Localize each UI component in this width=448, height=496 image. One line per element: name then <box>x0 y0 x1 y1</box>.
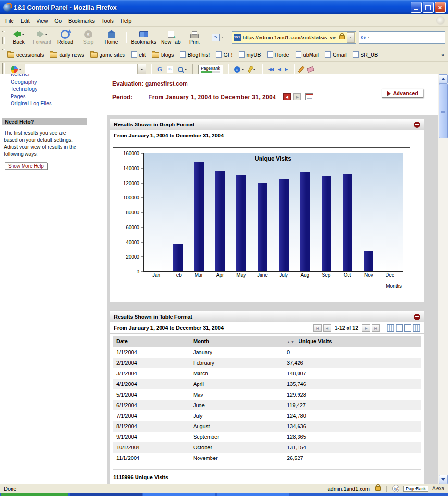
menu-item-bookmarks[interactable]: Bookmarks <box>65 16 98 25</box>
bookmark-occasionals[interactable]: occasionals <box>7 51 44 58</box>
period-next-button[interactable]: ▶ <box>293 93 301 100</box>
menu-item-help[interactable]: Help <box>117 16 135 25</box>
table-view-icon[interactable] <box>413 324 420 332</box>
menu-item-edit[interactable]: Edit <box>17 16 33 25</box>
scroll-up-button[interactable] <box>439 74 448 84</box>
google-home-button[interactable]: G <box>156 64 163 74</box>
page-info-button[interactable]: i <box>233 65 246 74</box>
toolbar-grip[interactable] <box>2 63 5 75</box>
bookmark-blogs[interactable]: blogs <box>152 51 174 58</box>
taskbar-button[interactable] <box>70 493 142 496</box>
sidebar-item-original-log-files[interactable]: Original Log Files <box>0 100 107 107</box>
table-view-icon[interactable] <box>387 324 394 332</box>
highlight-button[interactable] <box>248 65 257 74</box>
new-tab-button[interactable]: New Tab <box>159 29 183 46</box>
search-site-button[interactable] <box>165 65 174 74</box>
combo-dropdown-button[interactable] <box>137 64 146 74</box>
forward-dropdown-icon[interactable] <box>45 34 48 35</box>
search-input[interactable] <box>372 32 443 43</box>
table-view-icon[interactable] <box>404 324 411 332</box>
titlebar[interactable]: 1&1 Control Panel - Mozilla Firefox × <box>0 0 448 14</box>
scrollbar-thumb[interactable] <box>439 84 448 138</box>
at-icon[interactable]: @ <box>392 485 399 492</box>
bookmarks-button[interactable]: Bookmarks <box>129 29 159 46</box>
reload-button[interactable]: Reload <box>54 29 77 46</box>
bookmark-horde[interactable]: Horde <box>267 51 289 58</box>
taskbar-button[interactable] <box>217 493 289 496</box>
clear-button[interactable] <box>306 66 315 73</box>
bookmark-gf[interactable]: GF! <box>216 51 232 58</box>
home-button[interactable]: Home <box>100 29 123 46</box>
table-view-icon[interactable] <box>396 324 403 332</box>
url-bar[interactable]: 1&1 https://admin.1and1.com/xml/stats/s_… <box>232 31 356 44</box>
sort-desc-icon[interactable]: ▼ <box>291 340 295 344</box>
sidebar-item-technology[interactable]: Technology <box>0 86 107 93</box>
search-web-button[interactable] <box>176 66 188 73</box>
calendar-icon[interactable] <box>305 93 313 100</box>
bookmark-blogthis[interactable]: BlogThis! <box>180 51 210 58</box>
sidebar-item-pages[interactable]: Pages <box>0 93 107 100</box>
maximize-button[interactable] <box>423 2 434 13</box>
scroll-down-button[interactable] <box>439 475 448 484</box>
next-page-button[interactable]: ▶ <box>362 324 370 332</box>
extension-button[interactable]: ↷ <box>206 32 229 43</box>
bookmarks-overflow-button[interactable]: » <box>439 52 446 58</box>
bookmark-gmail[interactable]: Gmail <box>325 51 347 58</box>
sort-asc-icon[interactable]: ▲ <box>287 340 291 344</box>
taskbar-button[interactable] <box>1 493 68 496</box>
taskbar-button[interactable] <box>143 493 215 496</box>
statusbar-pagerank[interactable]: PageRank <box>403 486 428 492</box>
period-prev-button[interactable]: ◀ <box>283 93 291 100</box>
table-cell: 119,427 <box>284 400 421 410</box>
back-button[interactable]: Back <box>7 29 30 46</box>
table-cell: 0 <box>284 347 421 358</box>
back-dropdown-icon[interactable] <box>22 34 25 35</box>
pagerank-meter[interactable]: PageRank <box>198 65 223 74</box>
minimize-button[interactable] <box>411 2 422 13</box>
collapse-graph-button[interactable] <box>414 122 420 128</box>
menu-item-view[interactable]: View <box>33 16 51 25</box>
double-back-result-button[interactable]: ◀◀ <box>267 66 274 73</box>
toolbar-menu-button[interactable] <box>9 65 23 74</box>
menu-item-tools[interactable]: Tools <box>98 16 117 25</box>
x-tick-label: Sep <box>315 273 336 278</box>
x-tick-label: Nov <box>358 273 379 278</box>
collapse-table-button[interactable] <box>414 314 420 320</box>
column-header-unique-visits[interactable]: ▲▼ Unique Visits <box>284 336 421 347</box>
bookmark-myub[interactable]: myUB <box>239 51 261 58</box>
toolbar-search-combo[interactable] <box>25 64 146 75</box>
last-page-button[interactable]: ▶| <box>372 324 380 332</box>
sidebar-item-geography[interactable]: Geography <box>0 78 107 86</box>
print-button[interactable]: Print <box>183 29 206 46</box>
column-header-date[interactable]: Date <box>113 336 190 347</box>
column-header-month[interactable]: Month <box>190 336 284 347</box>
close-button[interactable]: × <box>435 2 446 13</box>
stop-button[interactable]: × Stop <box>77 29 100 46</box>
bookmark-game-sites[interactable]: game sites <box>90 51 125 58</box>
vertical-scrollbar[interactable] <box>438 74 448 484</box>
advanced-button[interactable]: Advanced <box>382 89 423 98</box>
forward-button[interactable]: Forward <box>30 29 54 46</box>
menu-item-go[interactable]: Go <box>51 16 65 25</box>
bookmark-ubmail[interactable]: ubMail <box>296 51 319 58</box>
bookmark-sr-ub[interactable]: SR_UB <box>353 51 378 58</box>
search-box[interactable]: G <box>359 31 445 44</box>
prev-page-button[interactable]: ◀ <box>323 324 331 332</box>
menu-item-file[interactable]: File <box>2 16 17 25</box>
url-text[interactable]: https://admin.1and1.com/xml/stats/s_vis <box>243 35 337 40</box>
toolbar-grip[interactable] <box>2 49 5 61</box>
statusbar-lock-icon[interactable] <box>375 486 381 491</box>
url-dropdown-button[interactable] <box>347 32 355 43</box>
extension-dropdown-icon[interactable] <box>221 37 224 38</box>
search-engine-dropdown-icon[interactable] <box>367 37 370 38</box>
show-more-help-button[interactable]: Show More Help <box>5 162 47 170</box>
bookmark-elit[interactable]: elit <box>131 51 146 58</box>
next-result-button[interactable]: ▶ <box>284 66 289 73</box>
autofill-button[interactable] <box>299 65 304 74</box>
toolbar-grip[interactable] <box>2 31 5 44</box>
sidebar-item-referrer[interactable]: Referrer <box>0 74 107 78</box>
back-result-button[interactable]: ◀ <box>276 66 282 73</box>
first-page-button[interactable]: |◀ <box>313 324 322 332</box>
statusbar-alexa[interactable]: Alexa <box>432 486 444 491</box>
bookmark-daily-news[interactable]: daily news <box>50 51 84 58</box>
